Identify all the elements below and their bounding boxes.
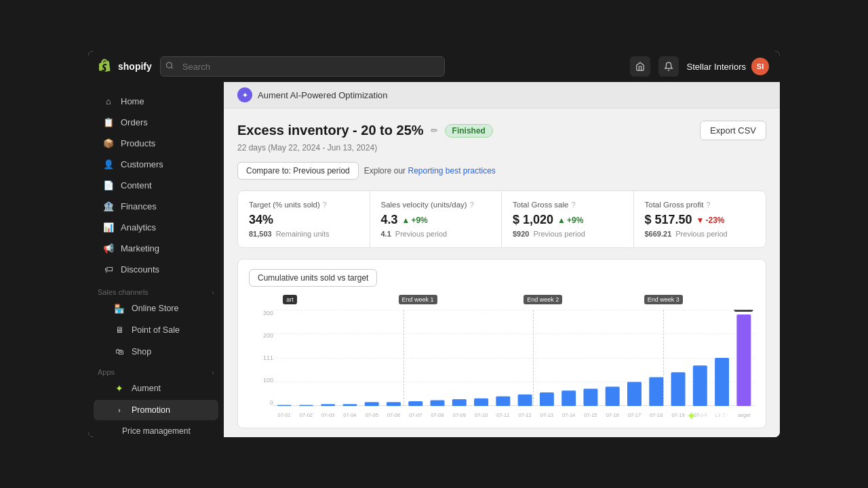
finances-icon: 🏦 (103, 201, 114, 211)
gross-sale-help-icon[interactable]: ? (571, 201, 575, 209)
store-avatar: SI (751, 58, 769, 75)
target-help-icon[interactable]: ? (323, 201, 327, 209)
svg-text:07-11: 07-11 (496, 412, 509, 418)
export-csv-button[interactable]: Export CSV (700, 121, 766, 140)
gross-profit-value: $ 517.50 ▼ -23% (645, 213, 755, 227)
page-body: Excess inventory - 20 to 25% ✏ Finished … (224, 108, 780, 437)
aument-brand-text: aument (701, 410, 739, 422)
sidebar-item-customers[interactable]: 👤 Customers (94, 154, 218, 174)
chevron-icon: › (212, 288, 214, 296)
svg-text:07-18: 07-18 (650, 412, 663, 418)
gross-sale-change: ▲ +9% (557, 216, 583, 225)
svg-rect-29 (583, 388, 597, 406)
target-value: 34% (249, 213, 359, 227)
reporting-best-practices-link[interactable]: Reporting best practices (408, 166, 495, 176)
svg-text:07-08: 07-08 (431, 412, 443, 418)
sidebar-item-content[interactable]: 📄 Content (94, 175, 218, 195)
customers-icon: 👤 (103, 159, 114, 169)
page-header-brand: Aument AI-Powered Optimization (258, 90, 387, 100)
compare-period-button[interactable]: Compare to: Previous period (237, 162, 359, 180)
velocity-change: ▲ +9% (402, 216, 428, 225)
svg-rect-13 (408, 401, 422, 406)
sidebar-item-promotion[interactable]: › Promotion (94, 400, 218, 420)
stat-card-target: Target (% units sold) ? 34% 81,503 Remai… (238, 191, 370, 247)
promotion-date-range: 22 days (May 22, 2024 - Jun 13, 2024) (237, 143, 766, 152)
svg-rect-41 (715, 358, 729, 406)
svg-rect-25 (540, 392, 554, 406)
svg-rect-15 (431, 400, 445, 406)
svg-rect-33 (627, 382, 642, 407)
svg-rect-3 (299, 405, 313, 406)
svg-text:07-10: 07-10 (475, 412, 488, 418)
svg-text:07-15: 07-15 (584, 412, 597, 418)
status-badge: Finished (445, 124, 493, 138)
apps-chevron-icon: › (212, 368, 214, 376)
chart-yaxis: 300 200 111 100 0 (249, 310, 273, 418)
velocity-help-icon[interactable]: ? (470, 201, 474, 209)
svg-rect-19 (474, 399, 488, 406)
notification-icon-btn[interactable] (658, 56, 679, 77)
content-area: ✦ Aument AI-Powered Optimization Excess … (224, 82, 780, 437)
stat-card-sales-velocity: Sales velocity (units/day) ? 4.3 ▲ +9% 4… (370, 191, 502, 247)
sidebar-item-orders[interactable]: 📋 Orders (94, 112, 218, 132)
sidebar-item-point-of-sale[interactable]: 🖥 Point of Sale (94, 320, 218, 340)
svg-text:07-16: 07-16 (606, 412, 619, 418)
sidebar-item-products[interactable]: 📦 Products (94, 133, 218, 153)
chart-body: 300 200 111 100 0 (249, 310, 755, 418)
sidebar-item-shop[interactable]: 🛍 Shop (94, 342, 218, 362)
chart-card: Cumulative units sold vs target art End … (237, 259, 766, 428)
sidebar-item-home[interactable]: ⌂ Home (94, 91, 218, 111)
svg-text:34%: 34% (737, 310, 749, 311)
sidebar-item-finances[interactable]: 🏦 Finances (94, 196, 218, 216)
svg-text:07-14: 07-14 (562, 412, 575, 418)
edit-icon[interactable]: ✏ (431, 125, 438, 136)
svg-text:07-01: 07-01 (278, 412, 291, 418)
store-icon-btn[interactable] (630, 56, 650, 77)
svg-rect-23 (518, 394, 532, 406)
svg-rect-37 (671, 372, 686, 406)
apps-section-label: Apps › (88, 363, 224, 378)
svg-text:target: target (737, 412, 751, 418)
page-title-row: Excess inventory - 20 to 25% ✏ Finished … (237, 121, 766, 140)
svg-point-0 (166, 62, 172, 68)
week-marker-2: End week 2 (524, 295, 562, 304)
sales-channels-section-label: Sales channels › (88, 283, 224, 298)
sidebar-item-discounts[interactable]: 🏷 Discounts (94, 259, 218, 279)
promotion-icon: › (114, 405, 125, 415)
gross-profit-change: ▼ -23% (696, 216, 725, 225)
gross-sale-value: $ 1,020 ▲ +9% (513, 213, 623, 227)
shop-icon: 🛍 (114, 346, 125, 357)
svg-rect-31 (606, 387, 620, 406)
svg-text:07-09: 07-09 (453, 412, 466, 418)
svg-rect-27 (561, 390, 576, 406)
svg-text:07-07: 07-07 (409, 412, 422, 418)
chart-bars-area: 07-0107-0207-0307-0407-0507-0607-0707-08… (273, 310, 755, 418)
sidebar-item-analytics[interactable]: 📊 Analytics (94, 217, 218, 237)
search-input[interactable] (160, 56, 445, 77)
svg-rect-1 (277, 405, 292, 406)
sidebar-item-marketing[interactable]: 📢 Marketing (94, 238, 218, 258)
svg-rect-21 (496, 396, 510, 406)
svg-text:07-05: 07-05 (366, 412, 378, 418)
chart-svg: 07-0107-0207-0307-0407-0507-0607-0707-08… (273, 310, 755, 418)
pos-icon: 🖥 (114, 325, 125, 336)
gross-profit-help-icon[interactable]: ? (706, 201, 710, 209)
sidebar-item-price-management[interactable]: Price management (94, 422, 218, 437)
svg-text:07-13: 07-13 (540, 412, 553, 418)
online-store-icon: 🏪 (114, 303, 125, 314)
page-title: Excess inventory - 20 to 25% (237, 123, 424, 138)
sidebar-item-online-store[interactable]: 🏪 Online Store (94, 298, 218, 319)
discounts-icon: 🏷 (103, 264, 114, 274)
svg-rect-5 (321, 404, 335, 406)
svg-rect-9 (365, 402, 379, 406)
svg-rect-11 (387, 402, 401, 406)
orders-icon: 📋 (103, 117, 114, 127)
svg-text:07-17: 07-17 (628, 412, 641, 418)
week-marker-3: End week 3 (644, 295, 683, 304)
search-bar[interactable] (160, 56, 445, 77)
content-icon: 📄 (103, 180, 114, 190)
brand-name: shopify (118, 61, 152, 72)
chart-title-button[interactable]: Cumulative units sold vs target (249, 269, 377, 287)
aument-icon: ✦ (114, 383, 125, 394)
sidebar-item-aument[interactable]: ✦ Aument (94, 378, 218, 399)
